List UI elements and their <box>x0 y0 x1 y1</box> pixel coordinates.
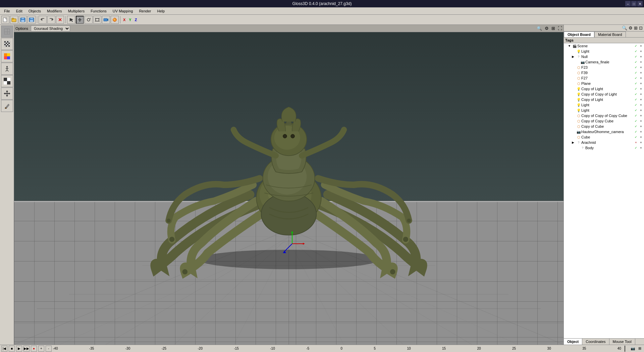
tree-item-f39[interactable]: ⬡ F39 ✓ × <box>564 70 644 75</box>
tree-item-plane[interactable]: ⬡ Plane ✓ × <box>564 81 644 86</box>
timeline-stop-button[interactable]: ■ <box>9 346 15 352</box>
menu-uv-mapping[interactable]: UV Mapping <box>110 8 136 14</box>
tree-item-copy-light2[interactable]: 💡 Copy of Light ✓ × <box>564 97 644 102</box>
tree-item-f27[interactable]: ⬡ F27 ✓ × <box>564 75 644 81</box>
tree-item-copy3-cube[interactable]: ⬡ Copy of Copy of Copy Cube ✓ × <box>564 113 644 118</box>
svg-point-99 <box>291 134 295 138</box>
panel-icon-right[interactable]: ⊡ <box>639 25 643 31</box>
tree-item-hauteur-camera[interactable]: 📷 HauteurDhomme_camera ✓ × <box>564 129 644 134</box>
svg-point-105 <box>407 219 411 223</box>
timeline-record-button[interactable]: ● <box>31 346 37 352</box>
tab-object[interactable]: Object <box>564 339 582 345</box>
tree-item-light2[interactable]: 💡 Light ✓ × <box>564 102 644 108</box>
left-tool-checker[interactable] <box>1 38 13 50</box>
tree-item-light1[interactable]: 💡 Light ✓ × <box>564 49 644 54</box>
tree-item-copy-copy-light[interactable]: 💡 Copy of Copy of Light ✓ × <box>564 92 644 97</box>
timeline-num--30: -30 <box>125 347 130 350</box>
menu-edit[interactable]: Edit <box>13 8 25 14</box>
menu-help[interactable]: Help <box>154 8 167 14</box>
svg-rect-51 <box>7 56 10 59</box>
tree-item-arachnid[interactable]: ▶ ? Arachnid × × <box>564 140 644 145</box>
left-tool-select[interactable] <box>1 25 13 38</box>
menu-multipliers[interactable]: Multipliers <box>65 8 88 14</box>
tree-item-cube[interactable]: ⬡ Cube ✓ × <box>564 134 644 140</box>
left-tool-knife[interactable] <box>1 100 13 112</box>
tab-coordinates[interactable]: Coordinates <box>582 339 609 345</box>
menu-file[interactable]: File <box>1 8 13 14</box>
tree-item-copy2-cube[interactable]: ⬡ Copy of Copy Cube ✓ × <box>564 118 644 124</box>
tree-item-copy-cube[interactable]: ⬡ Copy of Cube ✓ × <box>564 124 644 129</box>
close-button[interactable]: ✕ <box>637 1 643 6</box>
tab-object-board[interactable]: Object Board <box>564 32 594 37</box>
right-bottom-tabs: Object Coordinates Mouse Tool <box>564 338 644 345</box>
open-button[interactable] <box>10 16 18 24</box>
render-sphere-button[interactable] <box>111 16 119 24</box>
tab-mouse-tool[interactable]: Mouse Tool <box>609 339 635 345</box>
expand-scene[interactable]: ▼ <box>568 44 572 48</box>
timeline-play-button[interactable]: ▶ <box>16 346 22 352</box>
menu-functions[interactable]: Functions <box>88 8 109 14</box>
maximize-button[interactable]: □ <box>631 1 637 6</box>
left-tool-material[interactable] <box>1 50 13 62</box>
svg-rect-49 <box>7 53 10 56</box>
move-button[interactable] <box>76 16 84 24</box>
shading-select[interactable]: Gouraud Shading Flat Shading Wireframe <box>31 25 70 32</box>
layout-icon[interactable]: ⊞ <box>551 26 555 31</box>
svg-point-27 <box>113 18 115 19</box>
viewport-camera-icon[interactable]: 📷 <box>630 346 636 352</box>
tree-item-null1[interactable]: ▶ ? Null ✓ × <box>564 54 644 59</box>
undo-button[interactable] <box>39 16 47 24</box>
menu-objects[interactable]: Objects <box>26 8 44 14</box>
label-light3: Light <box>581 108 634 112</box>
menu-render[interactable]: Render <box>136 8 154 14</box>
viewport-fullscreen-icon[interactable]: ⊞ <box>637 346 643 352</box>
left-tool-move[interactable] <box>1 87 13 100</box>
redo-button[interactable] <box>47 16 55 24</box>
mesh-icon-f27: ⬡ <box>576 76 581 80</box>
viewport[interactable]: Options Gouraud Shading Flat Shading Wir… <box>14 25 564 345</box>
tree-item-scene[interactable]: ▼ 🎬 Scene ✓ × <box>564 43 644 49</box>
tree-item-camera-finale[interactable]: 📷 Camera_finale ✓ × <box>564 59 644 65</box>
expand-null1[interactable]: ▶ <box>572 55 576 58</box>
timeline-zoom-out[interactable]: - <box>46 346 52 352</box>
settings-icon[interactable]: ⚙ <box>545 26 549 31</box>
svg-line-110 <box>284 244 292 252</box>
label-cube: Cube <box>581 135 634 139</box>
rotate-button[interactable] <box>85 16 93 24</box>
viewport-options-label[interactable]: Options <box>15 26 28 31</box>
fullscreen-icon[interactable]: ⛶ <box>558 26 562 31</box>
svg-point-102 <box>167 219 171 223</box>
null-icon1: ? <box>576 54 581 59</box>
tree-item-f23[interactable]: ⬡ F23 ✓ × <box>564 65 644 70</box>
left-tool-pose[interactable] <box>1 63 13 75</box>
timeline-first-button[interactable]: |◀ <box>1 346 7 352</box>
tab-material-board[interactable]: Material Board <box>594 32 626 37</box>
camera-view-button[interactable] <box>102 16 110 24</box>
minimize-button[interactable]: – <box>625 1 631 6</box>
save-button[interactable] <box>19 16 27 24</box>
expand-arachnid[interactable]: ▶ <box>572 141 576 144</box>
timeline-next-button[interactable]: ▶▶ <box>23 346 30 352</box>
settings-icon-right[interactable]: ⚙ <box>629 25 633 31</box>
grid-icon-right[interactable]: ⊞ <box>634 25 638 31</box>
z-label: Z <box>133 18 139 22</box>
timeline-num-30: 30 <box>547 347 551 350</box>
menu-modifiers[interactable]: Modifiers <box>44 8 65 14</box>
delete-button[interactable]: ✕ <box>56 16 64 24</box>
tree-item-body[interactable]: ? Body ✓ × <box>564 145 644 151</box>
search-icon[interactable]: 🔍 <box>537 26 542 31</box>
new-button[interactable] <box>1 16 9 24</box>
left-tool-checker2[interactable] <box>1 75 13 87</box>
search-icon-right[interactable]: 🔍 <box>622 25 627 31</box>
tree-item-copy-light1[interactable]: 💡 Copy of Light ✓ × <box>564 86 644 92</box>
svg-marker-66 <box>9 93 10 95</box>
timeline-zoom-in[interactable]: + <box>38 346 44 352</box>
scale-button[interactable] <box>93 16 101 24</box>
svg-text:+: + <box>32 18 34 20</box>
svg-rect-35 <box>8 41 10 43</box>
select-button[interactable] <box>67 16 75 24</box>
save-as-button[interactable]: + <box>28 16 36 24</box>
tree-item-light3[interactable]: 💡 Light ✓ × <box>564 108 644 113</box>
svg-rect-58 <box>7 78 10 81</box>
timeline-num-35: 35 <box>582 347 586 350</box>
